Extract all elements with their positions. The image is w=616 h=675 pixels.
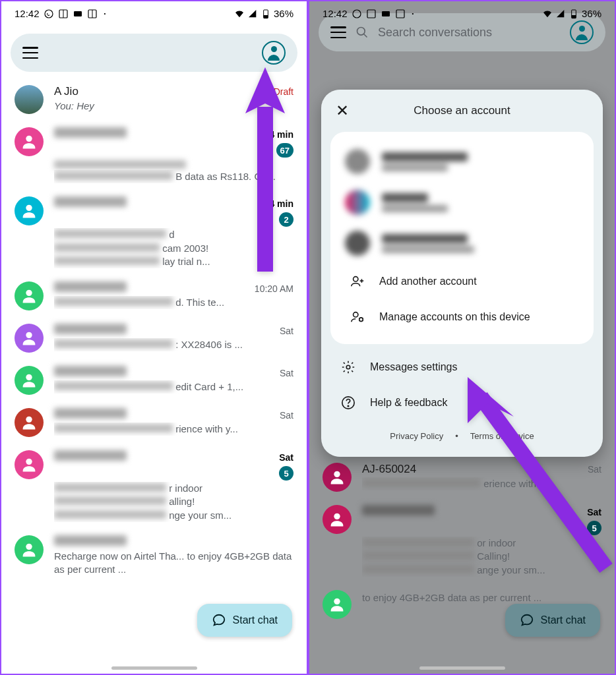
svg-point-24 — [334, 471, 340, 477]
avatar — [345, 190, 370, 215]
search-icon — [355, 26, 369, 39]
app-icon-1 — [58, 9, 69, 19]
svg-point-34 — [348, 405, 348, 406]
close-icon[interactable]: ✕ — [336, 102, 352, 120]
app-icon-3 — [395, 9, 406, 19]
start-chat-fab: Start chat — [505, 604, 600, 637]
svg-point-8 — [26, 136, 32, 142]
account-item[interactable] — [330, 141, 594, 182]
conversation-item: Sat 5 or indoor Calling! ange your sm... — [309, 498, 615, 583]
conversation-item[interactable]: Sat edit Card + 1,... — [1, 359, 307, 401]
account-item[interactable] — [330, 223, 594, 264]
nav-bar[interactable] — [111, 666, 197, 670]
avatar — [15, 535, 44, 564]
menu-label: Manage accounts on this device — [379, 311, 530, 323]
app-icon-2 — [381, 9, 391, 19]
account-icon[interactable] — [262, 41, 286, 65]
wifi-icon — [234, 9, 245, 19]
svg-rect-18 — [382, 11, 390, 16]
help-feedback-button[interactable]: Help & feedback — [321, 385, 603, 421]
svg-point-11 — [26, 332, 32, 338]
manage-accounts-button[interactable]: Manage accounts on this device — [330, 299, 594, 335]
svg-line-23 — [364, 34, 367, 38]
avatar — [15, 408, 44, 437]
svg-point-30 — [354, 312, 358, 317]
terms-link[interactable]: Terms of Service — [470, 431, 534, 441]
status-bar: 12:42 • 36% — [309, 1, 615, 22]
convo-name-blur — [54, 535, 127, 546]
more-dot: • — [104, 11, 106, 16]
avatar — [15, 127, 44, 156]
conversation-item[interactable]: Sat 5 r indoor alling! nge your sm... — [1, 444, 307, 529]
svg-point-31 — [359, 318, 363, 322]
convo-status: Draft — [274, 86, 293, 97]
convo-time: Sat — [280, 326, 293, 336]
avatar — [15, 366, 44, 395]
convo-preview: or indoor Calling! ange your sm... — [362, 537, 601, 577]
menu-label: Messages settings — [370, 361, 458, 373]
svg-rect-17 — [367, 10, 375, 18]
conversation-item[interactable]: A Jio Draft You: Hey — [1, 78, 307, 121]
menu-label: Help & feedback — [370, 397, 447, 409]
convo-name-blur — [54, 281, 127, 292]
conversation-item[interactable]: Sat rience with y... — [1, 401, 307, 444]
conversation-item[interactable]: Recharge now on Airtel Tha... to enjoy 4… — [1, 529, 307, 583]
account-sheet: ✕ Choose an account Add another account — [321, 90, 603, 457]
conversation-item[interactable]: 4 min 67 B data as Rs118. Ge... — [1, 121, 307, 190]
convo-time: 4 min — [269, 129, 293, 140]
messages-settings-button[interactable]: Messages settings — [321, 349, 603, 385]
convo-name-blur — [54, 450, 127, 461]
unread-badge: 67 — [276, 143, 293, 158]
avatar — [345, 231, 370, 256]
signal-icon — [247, 9, 258, 19]
convo-time: Sat — [280, 368, 293, 378]
convo-preview: d cam 2003! lay trial n... — [54, 228, 293, 268]
convo-preview: rience with y... — [54, 423, 293, 436]
app-icon-3 — [87, 9, 98, 19]
help-icon — [341, 396, 355, 410]
convo-preview: Recharge now on Airtel Tha... to enjoy 4… — [54, 550, 293, 577]
search-bar[interactable] — [11, 34, 297, 72]
account-item[interactable] — [330, 182, 594, 223]
svg-point-27 — [354, 277, 358, 281]
add-account-button[interactable]: Add another account — [330, 264, 594, 299]
convo-time: Sat — [279, 452, 293, 463]
status-bar: 12:42 • 36% — [1, 1, 307, 22]
status-time: 12:42 — [15, 8, 40, 19]
conversation-item[interactable]: 10:20 AM d. This te... — [1, 275, 307, 317]
accounts-list: Add another account Manage accounts on t… — [330, 132, 594, 344]
chat-icon — [520, 613, 534, 628]
person-add-icon — [350, 274, 365, 289]
svg-point-16 — [353, 10, 361, 18]
svg-rect-21 — [572, 15, 576, 18]
avatar — [323, 505, 352, 534]
convo-time: Sat — [280, 410, 293, 421]
svg-point-9 — [26, 205, 32, 211]
svg-point-10 — [26, 290, 32, 296]
conversation-item: AJ-650024 Sat erience with y... — [309, 456, 615, 498]
avatar — [323, 463, 352, 492]
avatar — [323, 590, 352, 619]
svg-point-13 — [26, 417, 32, 423]
convo-preview: B data as Rs118. Ge... — [54, 170, 293, 183]
conversation-item[interactable]: 4 min 2 d cam 2003! lay trial n... — [1, 190, 307, 275]
hamburger-icon[interactable] — [22, 47, 38, 59]
avatar — [15, 281, 44, 310]
convo-time: Sat — [588, 464, 601, 475]
signal-icon — [555, 9, 566, 19]
svg-point-26 — [334, 598, 340, 604]
avatar — [15, 85, 44, 114]
privacy-link[interactable]: Privacy Policy — [390, 431, 443, 441]
convo-name: AJ-650024 — [362, 463, 416, 476]
fab-label: Start chat — [233, 614, 278, 626]
whatsapp-icon — [44, 9, 54, 19]
convo-preview: to enjoy 4GB+2GB data as per current ... — [362, 591, 601, 604]
unread-badge: 5 — [587, 521, 601, 535]
convo-preview: d. This te... — [54, 296, 293, 309]
svg-rect-7 — [264, 15, 268, 18]
menu-label: Add another account — [379, 276, 477, 287]
convo-time: Sat — [587, 507, 601, 517]
start-chat-fab[interactable]: Start chat — [197, 604, 292, 637]
conversation-item[interactable]: Sat : XX28406 is ... — [1, 317, 307, 359]
separator: • — [455, 431, 458, 441]
